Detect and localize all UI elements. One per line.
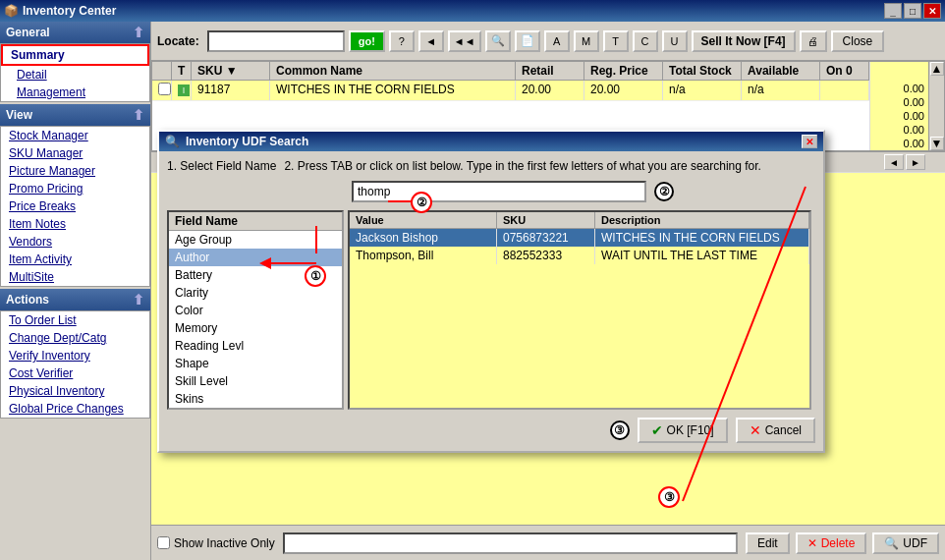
sidebar-actions-header: Actions ⬆ bbox=[0, 289, 150, 310]
m-button[interactable]: M bbox=[574, 30, 599, 52]
results-col-description: Description bbox=[595, 212, 809, 228]
sidebar-item-physical-inventory[interactable]: Physical Inventory bbox=[1, 382, 149, 400]
result-1-description: WAIT UNTIL THE LAST TIME bbox=[595, 247, 809, 264]
sidebar-item-vendors[interactable]: Vendors bbox=[1, 233, 149, 251]
maximize-btn[interactable]: □ bbox=[904, 3, 921, 19]
search-button[interactable]: 🔍 bbox=[485, 30, 511, 52]
back-button[interactable]: ◄ bbox=[418, 30, 444, 52]
sidebar-view-header: View ⬆ bbox=[0, 104, 150, 126]
field-clarity[interactable]: Clarity bbox=[169, 284, 342, 302]
field-author[interactable]: Author bbox=[169, 249, 342, 266]
row-available: n/a bbox=[742, 81, 820, 100]
a-button[interactable]: A bbox=[544, 30, 570, 52]
sidebar-item-summary[interactable]: Summary bbox=[1, 44, 149, 66]
result-1-value: Thompson, Bill bbox=[350, 247, 497, 264]
c-button[interactable]: C bbox=[633, 30, 658, 52]
go-button[interactable]: go! bbox=[349, 30, 385, 52]
field-skins[interactable]: Skins bbox=[169, 390, 342, 408]
show-inactive-checkbox[interactable] bbox=[157, 536, 170, 549]
print-button[interactable]: 🖨 bbox=[800, 30, 827, 52]
sidebar-item-verify-inventory[interactable]: Verify Inventory bbox=[1, 347, 149, 364]
sidebar-item-cost-verifier[interactable]: Cost Verifier bbox=[1, 364, 149, 382]
sidebar-view-items: Stock Manager SKU Manager Picture Manage… bbox=[0, 126, 150, 287]
minimize-btn[interactable]: _ bbox=[884, 3, 902, 19]
sidebar-view-collapse-icon[interactable]: ⬆ bbox=[133, 107, 144, 123]
sidebar-item-promo-pricing[interactable]: Promo Pricing bbox=[1, 180, 149, 197]
delete-button[interactable]: ✕ Delete bbox=[796, 532, 867, 554]
nav-left-btn[interactable]: ◄ bbox=[884, 154, 904, 170]
sidebar-item-picture-manager[interactable]: Picture Manager bbox=[1, 162, 149, 180]
help-button[interactable]: ? bbox=[389, 30, 415, 52]
field-color[interactable]: Color bbox=[169, 302, 342, 319]
u-button[interactable]: U bbox=[662, 30, 688, 52]
modal-close-button[interactable]: ✕ bbox=[802, 135, 817, 148]
field-list-header: Field Name bbox=[169, 212, 342, 231]
scroll-down-btn[interactable]: ▼ bbox=[930, 137, 944, 150]
locate-input[interactable] bbox=[207, 30, 345, 52]
back-far-button[interactable]: ◄◄ bbox=[448, 30, 481, 52]
sell-now-button[interactable]: Sell It Now [F4] bbox=[692, 30, 796, 52]
ok-button[interactable]: ✔ OK [F10] bbox=[638, 418, 728, 443]
results-row-1[interactable]: Thompson, Bill 882552333 WAIT UNTIL THE … bbox=[350, 247, 809, 264]
field-reading-levl[interactable]: Reading Levl bbox=[169, 337, 342, 355]
field-skill-level[interactable]: Skill Level bbox=[169, 372, 342, 390]
udf-button[interactable]: 🔍 UDF bbox=[872, 532, 939, 554]
vertical-scrollbar[interactable]: ▲ ▼ bbox=[928, 62, 944, 150]
modal-body: 1. Select Field Name 2. Press TAB or cli… bbox=[159, 151, 823, 451]
modal-search-row: ② bbox=[167, 181, 815, 202]
yellow-val-2: 0.00 bbox=[870, 95, 924, 109]
sidebar-item-stock-manager[interactable]: Stock Manager bbox=[1, 127, 149, 144]
nav-right-btn[interactable]: ► bbox=[906, 154, 925, 170]
field-shape[interactable]: Shape bbox=[169, 355, 342, 372]
app-title: Inventory Center bbox=[23, 4, 116, 18]
modal-content-row: Field Name Age Group Author Battery Clar… bbox=[167, 210, 815, 410]
sidebar-item-item-notes[interactable]: Item Notes bbox=[1, 215, 149, 233]
sidebar-item-detail[interactable]: Detail bbox=[1, 66, 149, 84]
cancel-x-icon: ✕ bbox=[750, 422, 761, 438]
sidebar-item-sku-manager[interactable]: SKU Manager bbox=[1, 144, 149, 162]
sidebar-general-header: General ⬆ bbox=[0, 22, 150, 43]
table-row[interactable]: I 91187 WITCHES IN THE CORN FIELDS 20.00… bbox=[152, 81, 869, 101]
step1-section: 1. Select Field Name bbox=[167, 159, 276, 173]
row-reg-price: 20.00 bbox=[584, 81, 663, 100]
field-battery[interactable]: Battery bbox=[169, 266, 342, 284]
t-button[interactable]: T bbox=[603, 30, 629, 52]
results-row-0[interactable]: Jackson Bishop 0756873221 WITCHES IN THE… bbox=[350, 229, 809, 247]
show-inactive-label: Show Inactive Only bbox=[174, 536, 275, 550]
modal-search-input[interactable] bbox=[352, 181, 646, 202]
edit-button[interactable]: Edit bbox=[746, 532, 790, 554]
row-checkbox[interactable] bbox=[152, 81, 172, 100]
sidebar-item-multisite[interactable]: MultiSite bbox=[1, 268, 149, 286]
scroll-up-btn[interactable]: ▲ bbox=[930, 62, 944, 76]
cancel-button[interactable]: ✕ Cancel bbox=[736, 418, 815, 443]
modal-search-icon: 🔍 bbox=[165, 135, 180, 148]
field-memory[interactable]: Memory bbox=[169, 319, 342, 337]
sidebar-actions-collapse-icon[interactable]: ⬆ bbox=[133, 292, 144, 308]
sidebar-actions-items: To Order List Change Dept/Catg Verify In… bbox=[0, 310, 150, 419]
sidebar-collapse-icon[interactable]: ⬆ bbox=[133, 25, 144, 40]
doc-button[interactable]: 📄 bbox=[515, 30, 540, 52]
result-0-description: WITCHES IN THE CORN FIELDS bbox=[595, 229, 809, 247]
main-table-header: T SKU ▼ Common Name Retail Reg. Price To… bbox=[152, 62, 869, 81]
result-1-sku: 882552333 bbox=[497, 247, 595, 264]
search-bar[interactable] bbox=[283, 532, 738, 554]
sidebar-item-price-breaks[interactable]: Price Breaks bbox=[1, 197, 149, 215]
window-close-btn[interactable]: ✕ bbox=[923, 3, 941, 19]
result-0-sku: 0756873221 bbox=[497, 229, 595, 247]
sidebar-item-item-activity[interactable]: Item Activity bbox=[1, 251, 149, 268]
bottom-right-buttons: Edit ✕ Delete 🔍 UDF bbox=[746, 532, 939, 554]
sidebar-item-management[interactable]: Management bbox=[1, 84, 149, 101]
sidebar-item-to-order-list[interactable]: To Order List bbox=[1, 311, 149, 329]
row-sku: 91187 bbox=[192, 81, 270, 100]
locate-label: Locate: bbox=[157, 34, 199, 48]
col-t: T bbox=[172, 62, 192, 80]
row-on-0 bbox=[820, 81, 869, 100]
field-age-group[interactable]: Age Group bbox=[169, 231, 342, 249]
col-retail: Retail bbox=[516, 62, 584, 80]
modal-footer: ③ ✔ OK [F10] ✕ Cancel bbox=[167, 418, 815, 443]
sidebar-item-change-dept[interactable]: Change Dept/Catg bbox=[1, 329, 149, 347]
yellow-val-5: 0.00 bbox=[870, 137, 924, 150]
results-empty-area bbox=[350, 264, 809, 382]
sidebar-item-global-price-changes[interactable]: Global Price Changes bbox=[1, 400, 149, 418]
close-button[interactable]: Close bbox=[831, 30, 885, 52]
